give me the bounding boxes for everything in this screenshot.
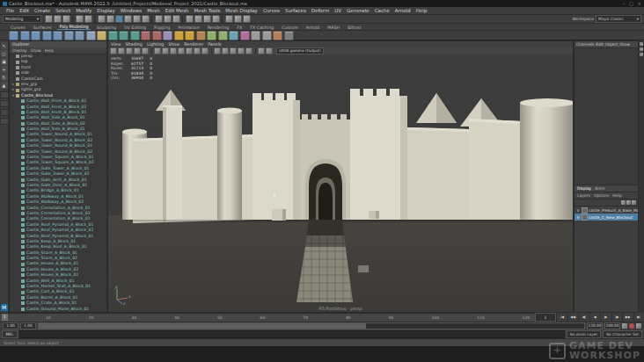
layer-visibility-toggle[interactable]: V bbox=[575, 215, 581, 220]
menu-item[interactable]: Display bbox=[94, 8, 117, 13]
viewport-menu-item[interactable]: Panels bbox=[208, 42, 221, 47]
menu-item[interactable]: Edit bbox=[17, 8, 32, 13]
menu-item[interactable]: Cache bbox=[372, 8, 392, 13]
field-chart-icon[interactable] bbox=[222, 47, 229, 54]
snap-view-icon[interactable] bbox=[133, 15, 141, 23]
layer-menu-item[interactable]: Help bbox=[612, 193, 621, 198]
menu-item[interactable]: Help bbox=[413, 8, 430, 13]
highlight-selection-icon[interactable] bbox=[172, 15, 180, 23]
auto-keyframe-icon[interactable] bbox=[629, 323, 634, 329]
exposure-icon[interactable] bbox=[258, 47, 265, 54]
layer-menu-item[interactable]: Options bbox=[594, 193, 609, 198]
channel-box-menu-item[interactable]: Show bbox=[619, 42, 630, 47]
smooth-shade-icon[interactable] bbox=[162, 47, 169, 54]
shelf-tab[interactable]: MASH bbox=[326, 25, 341, 30]
menu-item[interactable]: Surfaces bbox=[282, 8, 309, 13]
shelf-tab[interactable]: Rendering bbox=[206, 25, 231, 30]
viewport-menu-item[interactable]: View bbox=[111, 42, 121, 47]
channel-box-toggle-icon[interactable] bbox=[640, 53, 643, 56]
poly-disc-icon[interactable] bbox=[75, 31, 84, 40]
range-slider-handle[interactable] bbox=[39, 323, 366, 329]
rotate-tool[interactable]: ↻ bbox=[1, 74, 8, 81]
poly-cube-icon[interactable] bbox=[20, 31, 30, 40]
layout-persp-outliner[interactable] bbox=[0, 109, 9, 116]
play-backwards-button[interactable]: ◀ bbox=[589, 313, 601, 322]
shelf-tab[interactable]: Curves bbox=[9, 25, 27, 30]
shelf-tab[interactable]: FX Caching bbox=[248, 25, 275, 30]
display-layer-row[interactable]: V castle_C_New_Blockout bbox=[574, 214, 638, 221]
smooth-icon[interactable] bbox=[251, 31, 260, 40]
poly-cylinder-icon[interactable] bbox=[31, 31, 40, 40]
animation-preferences-icon[interactable] bbox=[636, 323, 641, 329]
menu-item[interactable]: Mesh Display bbox=[223, 8, 260, 13]
step-forward-frame-button[interactable]: ▶▶ bbox=[622, 313, 633, 322]
channel-box-menu-item[interactable]: Object bbox=[605, 42, 618, 47]
node-editor-icon[interactable] bbox=[243, 15, 251, 23]
wireframe-icon[interactable] bbox=[154, 47, 161, 54]
command-input[interactable] bbox=[19, 330, 565, 338]
paint-effects-icon[interactable] bbox=[225, 15, 233, 23]
outliner-menu-item[interactable]: Display bbox=[12, 48, 27, 53]
select-tool[interactable]: ↖ bbox=[1, 42, 8, 49]
step-back-frame-button[interactable]: ◀◀ bbox=[567, 313, 579, 322]
step-back-key-button[interactable]: ◀| bbox=[578, 313, 589, 322]
workspace-selector[interactable]: Maya Classic ▾ bbox=[596, 15, 641, 23]
close-button[interactable]: × bbox=[638, 1, 641, 6]
shelf-tab[interactable]: Custom bbox=[280, 25, 299, 30]
layout-persp-uv[interactable] bbox=[0, 118, 9, 125]
layout-four-pane[interactable] bbox=[0, 100, 9, 107]
go-to-start-button[interactable]: |◀ bbox=[556, 313, 567, 322]
bridge-icon[interactable] bbox=[185, 31, 194, 40]
lock-camera-icon[interactable] bbox=[110, 47, 117, 54]
display-layer-row[interactable]: V castle_Prebuilt_A_Base_Mesh bbox=[574, 206, 638, 214]
paint-select-tool[interactable]: ▣ bbox=[1, 58, 8, 65]
menu-item[interactable]: Arnold bbox=[392, 8, 413, 13]
play-forwards-button[interactable]: ▶ bbox=[600, 313, 611, 322]
menu-item[interactable]: UV bbox=[332, 8, 344, 13]
super-shape-icon[interactable] bbox=[97, 31, 106, 40]
lasso-select-tool[interactable]: ○ bbox=[1, 50, 8, 57]
bevel-icon[interactable] bbox=[174, 31, 184, 40]
shelf-tab[interactable]: Sculpting bbox=[95, 25, 118, 30]
resolution-gate-icon[interactable] bbox=[230, 47, 237, 54]
render-settings-icon[interactable] bbox=[203, 15, 211, 23]
viewport-menu-item[interactable]: Renderer bbox=[184, 42, 203, 47]
poly-sphere-icon[interactable] bbox=[9, 31, 18, 40]
isolate-select-icon[interactable] bbox=[214, 47, 221, 54]
layer-color-swatch[interactable] bbox=[582, 214, 588, 221]
bookmarks-icon[interactable] bbox=[126, 47, 133, 54]
boolean-intersect-icon[interactable] bbox=[130, 31, 140, 40]
multi-cut-icon[interactable] bbox=[207, 31, 216, 40]
undo-icon[interactable] bbox=[76, 15, 84, 23]
layer-color-swatch[interactable] bbox=[582, 207, 588, 214]
snap-curve-icon[interactable] bbox=[106, 15, 114, 23]
menu-item[interactable]: Deform bbox=[309, 8, 332, 13]
attribute-editor-toggle-icon[interactable] bbox=[640, 42, 643, 46]
outliner-item[interactable]: Castle_Ground_Plane_Block_01 bbox=[10, 307, 106, 312]
hypershade-icon[interactable] bbox=[234, 15, 242, 23]
open-scene-icon[interactable] bbox=[54, 15, 62, 23]
step-forward-key-button[interactable]: |▶ bbox=[611, 313, 623, 322]
gamma-icon[interactable] bbox=[266, 47, 273, 54]
menu-item[interactable]: Generate bbox=[344, 8, 372, 13]
ipr-render-icon[interactable] bbox=[194, 15, 202, 23]
channel-box-menu-item[interactable]: Edit bbox=[596, 42, 604, 47]
animation-start-field[interactable]: 1.00 bbox=[3, 322, 18, 329]
layer-visibility-toggle[interactable]: V bbox=[575, 208, 581, 213]
go-to-end-button[interactable]: ▶| bbox=[633, 313, 644, 322]
minimize-button[interactable]: – bbox=[623, 1, 626, 6]
time-slider[interactable]: 1102030405060708090100110120 bbox=[0, 313, 535, 322]
move-tool[interactable]: + bbox=[1, 66, 8, 73]
soft-select-icon[interactable] bbox=[284, 31, 294, 40]
redo-icon[interactable] bbox=[84, 15, 92, 23]
maximize-button[interactable]: □ bbox=[629, 1, 633, 6]
menu-set-selector[interactable]: Modeling ▾ bbox=[3, 15, 41, 23]
menu-item[interactable]: Windows bbox=[118, 8, 145, 13]
display-layers-icon[interactable] bbox=[212, 15, 220, 23]
anti-alias-icon[interactable] bbox=[201, 47, 209, 54]
shelf-tab[interactable]: Bifrost bbox=[346, 25, 363, 30]
menu-item[interactable]: Mesh Tools bbox=[192, 8, 223, 13]
make-live-icon[interactable] bbox=[142, 15, 150, 23]
gate-mask-icon[interactable] bbox=[238, 47, 245, 54]
snap-plane-icon[interactable] bbox=[124, 15, 132, 23]
